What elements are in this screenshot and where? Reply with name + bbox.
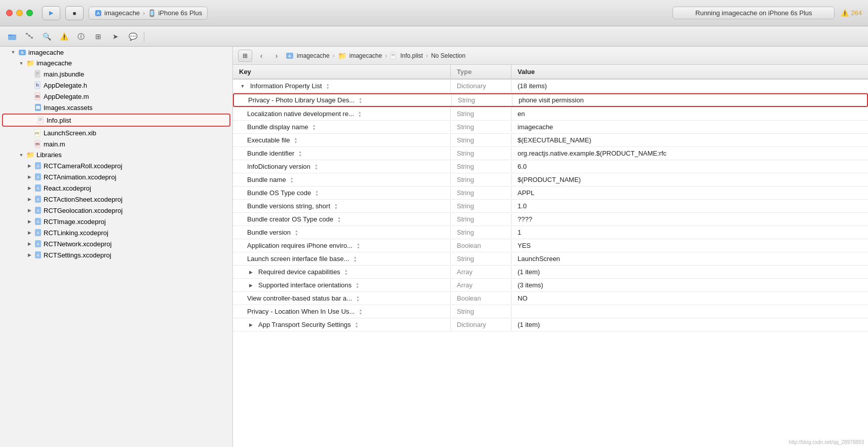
sidebar-item-label: Libraries <box>36 151 62 159</box>
plist-row-bundle-identifier[interactable]: Bundle identifier ▲▼ String org.reactjs.… <box>233 147 868 160</box>
plist-row-bundle-versions-short[interactable]: Bundle versions string, short ▲▼ String … <box>233 200 868 213</box>
sort-arrows[interactable]: ▲▼ <box>359 97 362 104</box>
row-value: NO <box>511 292 868 304</box>
sort-arrows[interactable]: ▲▼ <box>326 83 330 90</box>
row-key: ▶ App Transport Security Settings ▲▼ <box>233 319 451 330</box>
row-key: ▶ Supported interface orientations ▲▼ <box>233 279 451 291</box>
sidebar-item-main-m[interactable]: m main.m <box>0 138 232 150</box>
scheme-breadcrumb[interactable]: A imagecache › iPhone 6s Plus <box>89 7 208 20</box>
sidebar-item-rctlinking[interactable]: ▶ A RCTLinking.xcodeproj <box>0 227 232 238</box>
minimize-button[interactable] <box>16 10 23 16</box>
disclosure-icon[interactable]: ▶ <box>247 321 254 328</box>
svg-text:xib: xib <box>35 131 40 135</box>
warning-toolbar-icon[interactable]: ⚠️ <box>56 29 72 44</box>
hierarchy-icon[interactable] <box>21 29 37 44</box>
row-key: Bundle version ▲▼ <box>233 227 451 238</box>
sort-arrows[interactable]: ▲▼ <box>312 124 316 131</box>
xcodeproj-icon6: A <box>34 217 42 226</box>
sidebar-item-main-jsbundle[interactable]: main.jsbundle <box>0 68 232 80</box>
sidebar-item-libraries[interactable]: ▼ 📁 Libraries <box>0 150 232 160</box>
stop-button[interactable]: ■ <box>65 6 84 20</box>
sidebar-item-rctactionsheet[interactable]: ▶ A RCTActionSheet.xcodeproj <box>0 194 232 205</box>
sort-arrows[interactable]: ▲▼ <box>295 229 298 236</box>
sort-arrows[interactable]: ▲▼ <box>337 216 341 223</box>
sort-arrows[interactable]: ▲▼ <box>290 176 294 183</box>
play-button[interactable]: ▶ <box>42 6 60 20</box>
sidebar-item-images-xcassets[interactable]: Images.xcassets <box>0 102 232 113</box>
row-type: String <box>451 227 511 238</box>
grid-view-button[interactable]: ⊞ <box>238 50 252 62</box>
diff-icon[interactable] <box>73 29 89 44</box>
folder-icon[interactable] <box>4 29 20 44</box>
sidebar-item-label: RCTNetwork.xcodeproj <box>44 240 111 248</box>
arrow-icon[interactable]: ➤ <box>107 29 124 44</box>
svg-text:A: A <box>37 242 40 246</box>
maximize-button[interactable] <box>26 10 33 16</box>
xib-icon: xib <box>34 129 42 137</box>
sidebar-item-rctgeolocation[interactable]: ▶ A RCTGeolocation.xcodeproj <box>0 205 232 216</box>
chat-icon[interactable]: 💬 <box>125 29 141 44</box>
sort-arrows[interactable]: ▲▼ <box>359 308 362 315</box>
disclosure-icon[interactable]: ▼ <box>239 83 246 90</box>
plist-row-app-transport[interactable]: ▶ App Transport Security Settings ▲▼ Dic… <box>233 318 868 331</box>
plist-row-infodictionary[interactable]: InfoDictionary version ▲▼ String 6.0 <box>233 160 868 173</box>
sort-arrows[interactable]: ▲▼ <box>358 110 362 118</box>
plist-row-supported-orientations[interactable]: ▶ Supported interface orientations ▲▼ Ar… <box>233 279 868 292</box>
sidebar-item-info-plist[interactable]: Info.plist <box>2 114 230 127</box>
toolbar: 🔍 ⚠️ ⊞ ➤ 💬 <box>0 26 868 47</box>
nav-back-button[interactable]: ‹ <box>255 50 267 62</box>
disclosure-icon[interactable]: ▶ <box>247 269 254 276</box>
sidebar-item-react[interactable]: ▶ A React.xcodeproj <box>0 182 232 194</box>
row-value: (18 items) <box>511 80 868 92</box>
plist-row-required-device[interactable]: ▶ Required device capabilities ▲▼ Array … <box>233 266 868 279</box>
header-key: Key <box>233 65 451 79</box>
sort-arrows[interactable]: ▲▼ <box>356 295 360 302</box>
sidebar-item-rctimage[interactable]: ▶ A RCTImage.xcodeproj <box>0 216 232 227</box>
sort-arrows[interactable]: ▲▼ <box>334 203 338 210</box>
sidebar-item-launchscreen[interactable]: xib LaunchScreen.xib <box>0 127 232 138</box>
plist-row-privacy-photo[interactable]: Privacy - Photo Library Usage Des... ▲▼ … <box>233 93 868 107</box>
plist-row-bundle-version[interactable]: Bundle version ▲▼ String 1 <box>233 226 868 239</box>
sidebar-item-label: main.m <box>44 140 65 148</box>
plist-row-info-prop-list[interactable]: ▼ Information Property List ▲▼ Dictionar… <box>233 80 868 93</box>
row-value: YES <box>511 240 868 251</box>
xcodeproj-icon4: A <box>34 195 42 203</box>
plist-row-view-controller-status[interactable]: View controller-based status bar a... ▲▼… <box>233 292 868 305</box>
sidebar-item-imagecache-root[interactable]: ▼ A imagecache <box>0 47 232 58</box>
grid-icon[interactable]: ⊞ <box>90 29 106 44</box>
sort-arrows[interactable]: ▲▼ <box>357 242 360 249</box>
sort-arrows[interactable]: ▲▼ <box>314 163 318 170</box>
plist-row-bundle-creator-os[interactable]: Bundle creator OS Type code ▲▼ String ??… <box>233 213 868 226</box>
sort-arrows[interactable]: ▲▼ <box>294 137 298 144</box>
sort-arrows[interactable]: ▲▼ <box>356 282 359 289</box>
plist-row-localization[interactable]: Localization native development re... ▲▼… <box>233 107 868 121</box>
sidebar-item-rctsettings[interactable]: ▶ A RCTSettings.xcodeproj <box>0 249 232 260</box>
sort-arrows[interactable]: ▲▼ <box>298 150 302 157</box>
sidebar-item-appdelegate-h[interactable]: h AppDelegate.h <box>0 80 232 91</box>
sort-arrows[interactable]: ▲▼ <box>353 255 357 263</box>
sidebar-item-rctnetwork[interactable]: ▶ A RCTNetwork.xcodeproj <box>0 238 232 249</box>
plist-row-bundle-name[interactable]: Bundle name ▲▼ String $(PRODUCT_NAME) <box>233 173 868 187</box>
sidebar-item-imagecache-folder[interactable]: ▼ 📁 imagecache <box>0 58 232 68</box>
sidebar-item-rctcameraroll[interactable]: ▶ A RCTCameraRoll.xcodeproj <box>0 160 232 171</box>
sort-arrows[interactable]: ▲▼ <box>315 190 319 197</box>
disclosure-icon[interactable]: ▶ <box>247 282 254 289</box>
plist-row-privacy-location[interactable]: Privacy - Location When In Use Us... ▲▼ … <box>233 305 868 318</box>
nav-forward-button[interactable]: › <box>270 50 283 62</box>
svg-rect-3 <box>150 11 153 15</box>
plist-row-bundle-os-type[interactable]: Bundle OS Type code ▲▼ String APPL <box>233 187 868 200</box>
plist-row-app-requires-iphone[interactable]: Application requires iPhone enviro... ▲▼… <box>233 239 868 252</box>
search-icon[interactable]: 🔍 <box>38 29 55 44</box>
close-button[interactable] <box>6 10 13 16</box>
row-key: Application requires iPhone enviro... ▲▼ <box>233 240 451 251</box>
folder-icon-libraries: 📁 <box>26 151 34 159</box>
sidebar-item-appdelegate-m[interactable]: m AppDelegate.m <box>0 91 232 102</box>
row-key: Executable file ▲▼ <box>233 134 451 146</box>
plist-row-executable-file[interactable]: Executable file ▲▼ String $(EXECUTABLE_N… <box>233 134 868 147</box>
plist-row-bundle-display-name[interactable]: Bundle display name ▲▼ String imagecache <box>233 121 868 134</box>
sort-arrows[interactable]: ▲▼ <box>355 321 359 328</box>
plist-row-launch-screen[interactable]: Launch screen interface file base... ▲▼ … <box>233 252 868 266</box>
sidebar-item-rctanimation[interactable]: ▶ A RCTAnimation.xcodeproj <box>0 171 232 182</box>
sort-arrows[interactable]: ▲▼ <box>344 269 348 276</box>
svg-text:A: A <box>21 50 24 55</box>
